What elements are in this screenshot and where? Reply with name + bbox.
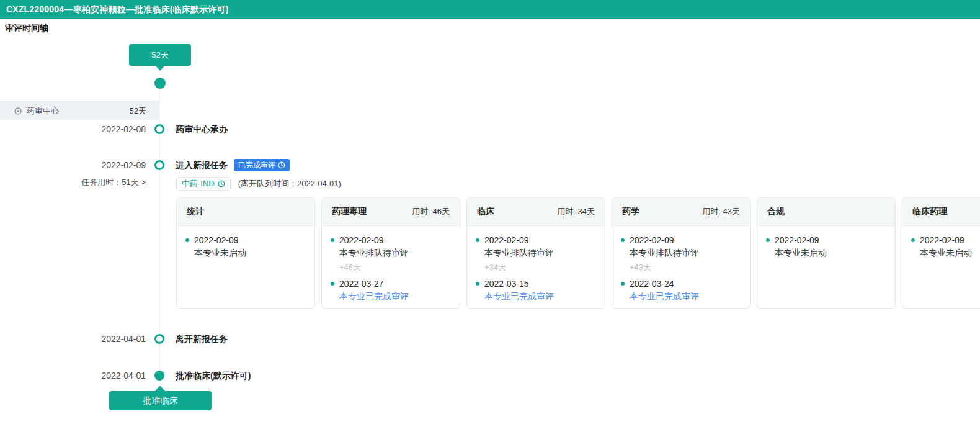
card-title: 合规 bbox=[767, 206, 785, 217]
entry-status: 本专业未启动 bbox=[920, 246, 972, 259]
card-header: 药学 用时: 43天 bbox=[612, 198, 750, 226]
entry-status: 本专业已完成审评 bbox=[484, 290, 554, 302]
card-body: 2022-02-09本专业排队待审评+34天2022-03-15本专业已完成审评 bbox=[467, 226, 605, 313]
bullet-dot bbox=[766, 238, 770, 242]
card-header: 统计 bbox=[177, 198, 314, 226]
review-timeline-page: CXZL2200004—枣柏安神颗粒—批准临床(临床默示许可) 审评时间轴 52… bbox=[0, 0, 980, 424]
entry-date: 2022-02-09 bbox=[339, 234, 409, 246]
card-header: 临床药理 bbox=[902, 198, 980, 226]
event-node-ring bbox=[154, 334, 164, 344]
specialty-card: 药理毒理 用时: 46天 2022-02-09本专业排队待审评+46天2022-… bbox=[321, 197, 460, 309]
entry-date: 2022-02-09 bbox=[194, 234, 246, 246]
card-entry: 2022-02-09本专业排队待审评 bbox=[621, 234, 741, 259]
card-entry: 2022-03-15本专业已完成审评 bbox=[476, 277, 596, 302]
section-title: 审评时间轴 bbox=[5, 23, 48, 34]
card-duration: 用时: 43天 bbox=[702, 206, 740, 217]
event-date: 2022-04-01 bbox=[37, 371, 146, 381]
wait-duration: +43天 bbox=[630, 262, 741, 273]
entry-status: 本专业未启动 bbox=[194, 246, 246, 259]
page-title: CXZL2200004—枣柏安神颗粒—批准临床(临床默示许可) bbox=[6, 4, 229, 16]
entry-status: 本专业排队待审评 bbox=[484, 246, 554, 259]
event-date: 2022-04-01 bbox=[37, 334, 146, 344]
bullet-dot bbox=[621, 282, 625, 286]
org-label: 药审中心 bbox=[27, 106, 59, 117]
card-duration: 用时: 34天 bbox=[557, 206, 595, 217]
event-title: 进入新报任务 bbox=[176, 160, 228, 171]
entry-date: 2022-02-09 bbox=[630, 234, 699, 246]
card-header: 临床 用时: 34天 bbox=[467, 198, 605, 226]
card-title: 统计 bbox=[187, 206, 204, 217]
entry-date: 2022-03-15 bbox=[484, 277, 554, 290]
total-duration-badge: 52天 bbox=[129, 44, 191, 66]
card-body: 2022-02-09本专业排队待审评+46天2022-03-27本专业已完成审评 bbox=[322, 226, 460, 313]
bullet-dot bbox=[185, 238, 189, 242]
review-complete-badge[interactable]: 已完成审评 bbox=[234, 159, 290, 171]
bullet-dot bbox=[476, 238, 479, 242]
badge-label: 已完成审评 bbox=[238, 160, 275, 171]
card-header: 药理毒理 用时: 46天 bbox=[322, 198, 460, 226]
card-entry: 2022-02-09本专业排队待审评 bbox=[331, 234, 451, 259]
card-header: 合规 bbox=[757, 198, 895, 226]
specialty-cards-row: 统计 2022-02-09本专业未启动 药理毒理 用时: 46天 2022-02… bbox=[176, 197, 980, 309]
approve-clinical-label: 批准临床 bbox=[143, 395, 178, 407]
clock-icon bbox=[218, 180, 225, 187]
card-title: 临床 bbox=[477, 206, 494, 217]
queue-leave-note: (离开队列时间：2022-04-01) bbox=[238, 178, 341, 189]
card-body: 2022-02-09本专业未启动 bbox=[757, 226, 895, 269]
card-title: 药理毒理 bbox=[332, 206, 367, 217]
card-body: 2022-02-09本专业排队待审评+43天2022-03-24本专业已完成审评 bbox=[612, 226, 750, 313]
drug-type-tag[interactable]: 中药-IND bbox=[176, 177, 231, 191]
event-node-filled bbox=[154, 371, 164, 381]
specialty-card: 临床药理 2022-02-09本专业未启动 bbox=[902, 197, 980, 309]
bullet-dot bbox=[331, 282, 334, 286]
wait-duration: +34天 bbox=[484, 262, 596, 273]
queue-row: 中药-IND (离开队列时间：2022-04-01) bbox=[176, 177, 341, 191]
bullet-dot bbox=[476, 282, 479, 286]
card-entry: 2022-02-09本专业排队待审评 bbox=[476, 234, 596, 259]
entry-date: 2022-02-09 bbox=[484, 234, 554, 246]
entry-date: 2022-03-27 bbox=[339, 277, 409, 290]
task-duration-link[interactable]: 任务用时：51天 > bbox=[37, 178, 146, 187]
event-node-ring bbox=[154, 124, 164, 134]
card-entry: 2022-03-27本专业已完成审评 bbox=[331, 277, 451, 302]
card-entry: 2022-02-09本专业未启动 bbox=[185, 234, 306, 259]
event-title: 批准临床(默示许可) bbox=[176, 370, 251, 381]
card-entry: 2022-02-09本专业未启动 bbox=[911, 234, 980, 259]
event-date: 2022-02-08 bbox=[37, 124, 146, 134]
card-title: 药学 bbox=[622, 206, 639, 217]
card-body: 2022-02-09本专业未启动 bbox=[177, 226, 314, 269]
specialty-card: 临床 用时: 34天 2022-02-09本专业排队待审评+34天2022-03… bbox=[466, 197, 605, 309]
specialty-card: 药学 用时: 43天 2022-02-09本专业排队待审评+43天2022-03… bbox=[612, 197, 751, 309]
entry-status: 本专业已完成审评 bbox=[339, 290, 409, 302]
event-date: 2022-02-09 bbox=[37, 160, 146, 170]
entry-status: 本专业排队待审评 bbox=[339, 246, 409, 259]
entry-date: 2022-03-24 bbox=[630, 277, 699, 290]
bubble-arrow-up bbox=[155, 386, 165, 391]
entry-status: 本专业排队待审评 bbox=[630, 246, 699, 259]
bullet-dot bbox=[331, 238, 334, 242]
bullet-dot bbox=[621, 238, 625, 242]
card-title: 临床药理 bbox=[912, 206, 947, 217]
bullet-dot bbox=[911, 238, 915, 242]
card-body: 2022-02-09本专业未启动 bbox=[902, 226, 980, 269]
event-title-row: 进入新报任务 已完成审评 bbox=[176, 159, 290, 171]
entry-date: 2022-02-09 bbox=[920, 234, 972, 246]
entry-date: 2022-02-09 bbox=[775, 234, 827, 246]
card-entry: 2022-02-09本专业未启动 bbox=[766, 234, 886, 259]
event-title: 药审中心承办 bbox=[176, 124, 228, 135]
event-title: 离开新报任务 bbox=[176, 333, 228, 345]
card-entry: 2022-03-24本专业已完成审评 bbox=[621, 277, 741, 302]
wait-duration: +46天 bbox=[339, 262, 451, 273]
tag-label: 中药-IND bbox=[182, 178, 215, 189]
event-node-ring bbox=[154, 160, 164, 170]
window-titlebar: CXZL2200004—枣柏安神颗粒—批准临床(临床默示许可) bbox=[0, 0, 980, 19]
org-row: 药审中心 52天 bbox=[0, 101, 160, 120]
specialty-card: 合规 2022-02-09本专业未启动 bbox=[757, 197, 896, 309]
total-duration-label: 52天 bbox=[151, 50, 168, 61]
entry-status: 本专业未启动 bbox=[775, 246, 827, 259]
specialty-card: 统计 2022-02-09本专业未启动 bbox=[176, 197, 315, 309]
location-icon bbox=[14, 107, 22, 115]
approve-clinical-bubble: 批准临床 bbox=[109, 391, 212, 410]
entry-status: 本专业已完成审评 bbox=[630, 290, 699, 302]
clock-icon bbox=[278, 161, 285, 169]
